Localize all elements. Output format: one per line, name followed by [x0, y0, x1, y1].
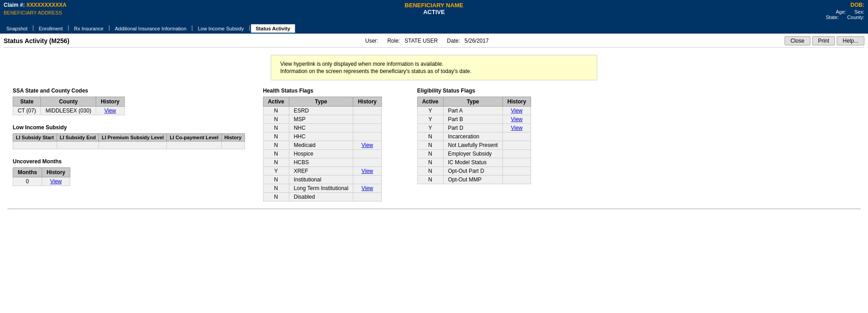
es-history-link[interactable]: View [502, 107, 531, 115]
es-row: N Employer Subsidy [417, 150, 531, 158]
info-line1: View hyperlink is only displayed when mo… [280, 61, 588, 67]
beneficiary-name-label: BENEFICIARY NAME [405, 2, 463, 9]
es-type: Opt-Out MMP [443, 176, 502, 184]
ssa-section: SSA State and County Codes State County … [13, 88, 245, 115]
tab-enrollment[interactable]: Enrollment [34, 24, 68, 33]
hs-type: Medicaid [289, 141, 353, 150]
ssa-col-state: State [13, 97, 41, 107]
hs-row: N Disabled [263, 193, 381, 201]
page-meta: User: Role: STATE USER Date: 5/26/2017 [365, 38, 488, 44]
tab-snapshot[interactable]: Snapshot [2, 24, 32, 33]
es-active: N [417, 132, 443, 141]
hs-history-link[interactable]: View [353, 141, 381, 150]
help-button[interactable]: Help... [837, 36, 864, 45]
hs-history-link[interactable]: View [353, 184, 381, 193]
um-row: 0 View [13, 177, 70, 186]
es-history-link[interactable]: View [502, 115, 531, 124]
ssa-col-county: County [41, 97, 96, 107]
info-line2: Information on the screen represents the… [280, 68, 588, 74]
hs-active: N [263, 184, 289, 193]
hs-row: N Hospice [263, 150, 381, 158]
county-label: County: [847, 15, 864, 20]
user-label: User: [365, 38, 378, 44]
claim-label: Claim #: [4, 2, 25, 8]
um-col-months: Months [13, 168, 42, 177]
close-button[interactable]: Close [785, 36, 810, 45]
es-col-active: Active [417, 97, 443, 107]
health-status-title: Health Status Flags [263, 88, 399, 94]
print-button[interactable]: Print [812, 36, 835, 45]
es-history-link[interactable]: View [502, 124, 531, 132]
hs-active: N [263, 150, 289, 158]
info-box: View hyperlink is only displayed when mo… [271, 55, 597, 80]
es-row: Y Part B View [417, 115, 531, 124]
health-status-section: Health Status Flags Active Type History … [263, 88, 399, 201]
es-col-type: Type [443, 97, 502, 107]
es-history-empty [502, 158, 531, 167]
hs-active: Y [263, 167, 289, 176]
header: Claim #: XXXXXXXXXXA BENEFICIARY NAME AC… [0, 0, 868, 22]
hs-type: XREF [289, 167, 353, 176]
tab-low-income-subsidy[interactable]: Low Income Subsidy [193, 24, 249, 33]
dob-label: DOB: [850, 2, 864, 8]
es-active: Y [417, 115, 443, 124]
um-history-link[interactable]: View [42, 177, 70, 186]
hs-type: HCBS [289, 158, 353, 167]
li-empty-row [13, 142, 245, 149]
beneficiary-name-center: BENEFICIARY NAME ACTIVE [405, 2, 463, 15]
es-row: Y Part A View [417, 107, 531, 115]
hs-history-empty [353, 150, 381, 158]
ssa-history-link[interactable]: View [96, 107, 124, 115]
es-history-empty [502, 132, 531, 141]
eligibility-table: Active Type History Y Part A View Y Part… [417, 97, 531, 184]
hs-row: N HCBS [263, 158, 381, 167]
tab-status-activity[interactable]: Status Activity [251, 24, 295, 33]
es-col-history: History [502, 97, 531, 107]
header-right: DOB: [850, 2, 864, 8]
page-content: Status Activity (M256) User: Role: STATE… [0, 34, 868, 212]
es-row: N Opt-Out Part D [417, 167, 531, 176]
tab-rx-insurance[interactable]: Rx Insurance [69, 24, 108, 33]
nav-tabs: Snapshot | Enrollment | Rx Insurance | A… [0, 22, 868, 34]
claim-number: XXXXXXXXXXA [26, 2, 67, 8]
hs-history-empty [353, 132, 381, 141]
hs-row: Y XREF View [263, 167, 381, 176]
ssa-table: State County History CT (07) MIDDLESEX (… [13, 97, 125, 115]
hs-active: N [263, 107, 289, 115]
hs-active: N [263, 115, 289, 124]
uncovered-months-title: Uncovered Months [13, 158, 245, 165]
hs-row: N Medicaid View [263, 141, 381, 150]
hs-type: MSP [289, 115, 353, 124]
es-active: N [417, 141, 443, 150]
hs-row: N NHC [263, 124, 381, 132]
hs-history-link[interactable]: View [353, 167, 381, 176]
uncovered-months-table: Months History 0 View [13, 167, 70, 186]
hs-history-empty [353, 193, 381, 201]
es-row: N Not Lawfully Present [417, 141, 531, 150]
es-type: Not Lawfully Present [443, 141, 502, 150]
header-bottom-right: Age: Sex: State: County: [826, 9, 864, 20]
es-type: IC Model Status [443, 158, 502, 167]
hs-type: Disabled [289, 193, 353, 201]
es-history-empty [502, 141, 531, 150]
hs-history-empty [353, 124, 381, 132]
tab-additional-insurance[interactable]: Additional Insurance Information [110, 24, 191, 33]
hs-history-empty [353, 176, 381, 184]
hs-active: N [263, 176, 289, 184]
main-sections: SSA State and County Codes State County … [4, 88, 864, 201]
hs-type: HHC [289, 132, 353, 141]
hs-active: N [263, 141, 289, 150]
es-active: N [417, 167, 443, 176]
hs-type: Long Term Institutional [289, 184, 353, 193]
es-active: N [417, 150, 443, 158]
left-sections: SSA State and County Codes State County … [13, 88, 245, 201]
hs-type: ESRD [289, 107, 353, 115]
hs-row: N MSP [263, 115, 381, 124]
hs-row: N Institutional [263, 176, 381, 184]
hs-history-empty [353, 115, 381, 124]
es-row: Y Part D View [417, 124, 531, 132]
ssa-title: SSA State and County Codes [13, 88, 245, 94]
es-history-empty [502, 150, 531, 158]
um-col-history: History [42, 168, 70, 177]
state-label: State: [826, 15, 839, 20]
